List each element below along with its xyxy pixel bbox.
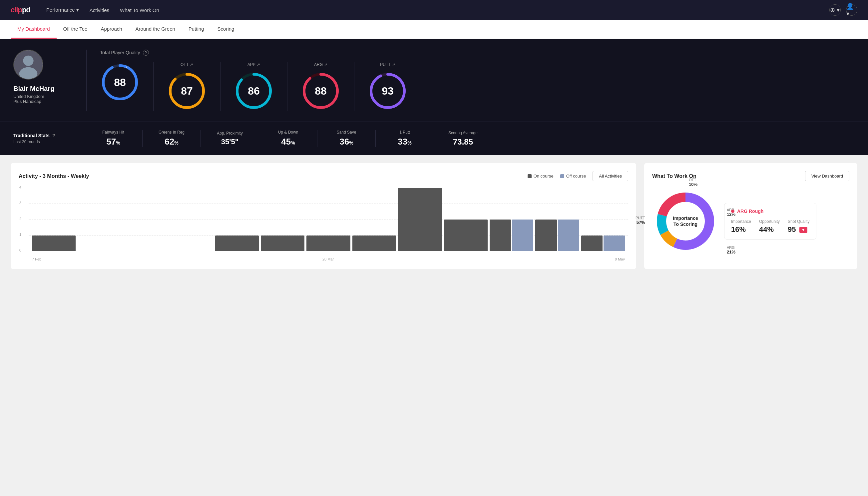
stat-fairways-hit: Fairways Hit 57% [95,130,131,147]
shot-quality-badge: ▼ [800,227,807,233]
bar-group [215,235,259,251]
stat-divider-3 [201,130,201,147]
user-button[interactable]: 👤 ▾ [846,4,857,16]
player-handicap: Plus Handicap [13,99,41,104]
bar-on-course [581,235,602,251]
x-label-may: 9 May [615,257,625,261]
bar-group [352,235,396,251]
bar-on-course [352,235,396,251]
total-score-value: 88 [114,76,126,89]
putt-score-value: 93 [382,85,394,97]
app-donut-label: APP 12% [727,208,736,217]
stats-bar: Traditional Stats ? Last 20 rounds Fairw… [0,122,868,155]
x-label-feb: 7 Feb [32,257,41,261]
quality-info-icon[interactable]: ? [143,50,149,56]
activity-card-header: Activity - 3 Months - Weekly On course O… [19,171,628,181]
activity-card: Activity - 3 Months - Weekly On course O… [11,163,636,269]
nav-links: Performance ▾ Activities What To Work On [46,7,830,13]
stat-divider-5 [317,130,317,147]
tab-putting[interactable]: Putting [182,20,211,38]
player-name: Blair McHarg [13,85,54,93]
putt-donut-label: PUTT 57% [635,216,645,225]
stat-divider-6 [375,130,376,147]
ott-circle: 87 [167,71,207,111]
hero-section: Blair McHarg United Kingdom Plus Handica… [0,39,868,122]
bottom-section: Activity - 3 Months - Weekly On course O… [0,155,868,277]
score-ott: OTT ↗ 87 [154,62,221,111]
quality-title: Total Player Quality ? [100,50,855,56]
bar-on-course [398,188,442,251]
tab-approach[interactable]: Approach [94,20,129,38]
arg-metrics: Importance 16% Opportunity 44% Shot Qual… [731,219,809,234]
add-button[interactable]: ⊕ ▾ [830,4,841,16]
what-to-work-on-card: What To Work On View Dashboard [644,163,857,269]
bar-on-course [490,219,511,251]
activity-title: Activity - 3 Months - Weekly [19,173,89,179]
chart-legend: On course Off course [527,173,586,179]
bar-chart: 4 3 2 1 0 7 Feb 28 Mar 9 May [19,188,628,261]
quality-section: Total Player Quality ? 88 OTT ↗ [86,50,855,111]
bars-container [29,188,628,251]
tab-my-dashboard[interactable]: My Dashboard [11,20,57,38]
stats-info-icon[interactable]: ? [52,133,55,138]
arg-label: ARG ↗ [314,62,327,67]
legend-on-course: On course [527,173,554,179]
arg-shot-quality: Shot Quality 95 ▼ [788,219,809,234]
bar-off-course [603,235,625,251]
logo: clippd [11,6,30,14]
quality-scores: 88 OTT ↗ 87 APP ↗ [100,62,855,111]
off-course-dot [560,174,564,178]
nav-what-to-work-on[interactable]: What To Work On [120,7,159,13]
bar-on-course [444,219,488,251]
avatar [13,50,43,80]
view-dashboard-button[interactable]: View Dashboard [805,171,849,181]
top-nav: clippd Performance ▾ Activities What To … [0,0,868,20]
app-label: APP ↗ [248,62,260,67]
score-arg: ARG ↗ 88 [287,62,354,111]
stat-greens-in-reg: Greens In Reg 62% [153,130,190,147]
arg-card-title: ARG Rough [731,208,809,214]
wtwo-header: What To Work On View Dashboard [652,171,849,181]
bar-on-course [535,219,556,251]
score-total: 88 [100,62,154,111]
nav-performance[interactable]: Performance ▾ [46,7,79,13]
tab-scoring[interactable]: Scoring [211,20,241,38]
arg-score-value: 88 [315,85,327,97]
stats-label: Traditional Stats ? Last 20 rounds [13,133,73,144]
legend-off-course: Off course [560,173,586,179]
arg-importance: Importance 16% [731,219,751,234]
svg-point-1 [23,56,33,66]
total-circle: 88 [100,62,140,102]
bar-group [535,219,579,251]
tab-off-the-tee[interactable]: Off the Tee [57,20,94,38]
bar-on-course [215,235,259,251]
player-card: Blair McHarg United Kingdom Plus Handica… [13,50,86,111]
nav-activities[interactable]: Activities [90,7,109,13]
bar-group [490,219,533,251]
all-activities-button[interactable]: All Activities [593,171,628,181]
x-label-mar: 28 Mar [322,257,334,261]
ott-donut-label: OTT 10% [689,178,697,187]
stat-sand-save: Sand Save 36% [328,130,365,147]
score-putt: PUTT ↗ 93 [354,62,421,111]
stat-divider-1 [84,130,84,147]
bar-off-course [558,219,579,251]
bar-group [306,235,350,251]
bar-group [261,235,304,251]
bar-off-course [512,219,533,251]
app-score-value: 86 [248,85,260,97]
stats-subtitle: Last 20 rounds [13,140,73,144]
bar-group [444,219,488,251]
ott-label: OTT ↗ [180,62,193,67]
stat-scoring-average: Scoring Average 73.85 [445,130,481,146]
on-course-dot [527,174,532,178]
bar-group [32,235,76,251]
score-app: APP ↗ 86 [221,62,287,111]
x-axis: 7 Feb 28 Mar 9 May [29,257,628,261]
tab-around-the-green[interactable]: Around the Green [129,20,182,38]
donut-center: ImportanceTo Scoring [673,215,698,227]
stat-divider-2 [142,130,143,147]
bar-on-course [32,235,76,251]
stat-divider-4 [259,130,259,147]
bar-on-course [306,235,350,251]
